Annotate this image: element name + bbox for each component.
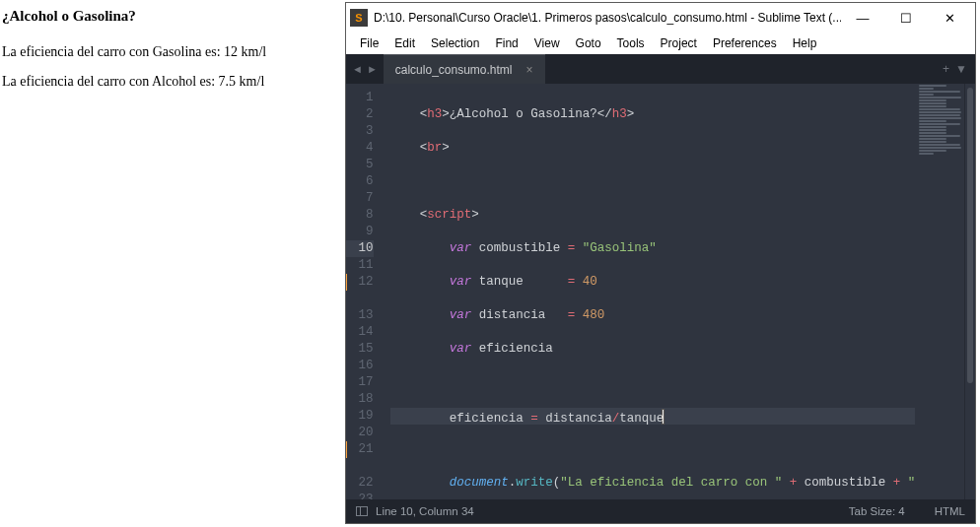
menu-view[interactable]: View [526, 34, 568, 52]
tab-prev-icon[interactable]: ◄ [350, 63, 365, 75]
menu-tools[interactable]: Tools [609, 34, 653, 52]
menu-file[interactable]: File [352, 34, 386, 52]
editor[interactable]: 123456789101112131415161718192021222324 … [346, 84, 975, 499]
tab-nav: ◄ ► [346, 54, 384, 84]
window-title: D:\10. Personal\Curso Oracle\1. Primeros… [374, 11, 841, 25]
statusbar: Line 10, Column 34 Tab Size: 4 HTML [346, 499, 975, 523]
menubar: File Edit Selection Find View Goto Tools… [346, 33, 975, 54]
syntax-mode[interactable]: HTML [935, 505, 965, 517]
maximize-button[interactable]: ☐ [884, 4, 928, 32]
code-area[interactable]: <h3>¿Alcohol o Gasolina?</h3> <br> <scri… [383, 84, 916, 499]
window-controls: — ☐ ✕ [841, 4, 971, 32]
menu-selection[interactable]: Selection [423, 34, 487, 52]
tabbar: ◄ ► calculo_consumo.html × + ▼ [346, 54, 975, 84]
line-gutter: 123456789101112131415161718192021222324 [346, 84, 383, 499]
file-tab[interactable]: calculo_consumo.html × [384, 54, 545, 84]
menu-find[interactable]: Find [487, 34, 525, 52]
menu-goto[interactable]: Goto [568, 34, 609, 52]
app-icon: S [350, 9, 368, 27]
minimize-button[interactable]: — [841, 4, 884, 32]
tab-next-icon[interactable]: ► [365, 63, 380, 75]
menu-project[interactable]: Project [653, 34, 705, 52]
output-line-1: La eficiencia del carro con Gasolina es:… [2, 44, 345, 60]
browser-output: ¿Alcohol o Gasolina? La eficiencia del c… [0, 0, 345, 103]
text-cursor [663, 410, 664, 424]
scrollbar-thumb[interactable] [967, 88, 973, 383]
menu-preferences[interactable]: Preferences [705, 34, 785, 52]
sublime-window: S D:\10. Personal\Curso Oracle\1. Primer… [345, 2, 976, 524]
output-line-2: La eficiencia del carro con Alcohol es: … [2, 74, 345, 90]
cursor-position[interactable]: Line 10, Column 34 [376, 505, 474, 517]
tab-size[interactable]: Tab Size: 4 [849, 505, 905, 517]
close-button[interactable]: ✕ [928, 4, 971, 32]
menu-help[interactable]: Help [785, 34, 825, 52]
vertical-scrollbar[interactable] [964, 84, 975, 499]
page-heading: ¿Alcohol o Gasolina? [2, 8, 345, 25]
close-tab-icon[interactable]: × [526, 63, 533, 77]
minimap[interactable] [915, 84, 964, 499]
menu-edit[interactable]: Edit [386, 34, 423, 52]
tab-menu-icon[interactable]: ▼ [955, 62, 967, 76]
titlebar[interactable]: S D:\10. Personal\Curso Oracle\1. Primer… [346, 3, 975, 33]
file-tab-label: calculo_consumo.html [395, 63, 513, 77]
panel-toggle-icon[interactable] [356, 506, 368, 516]
new-tab-icon[interactable]: + [943, 62, 949, 76]
